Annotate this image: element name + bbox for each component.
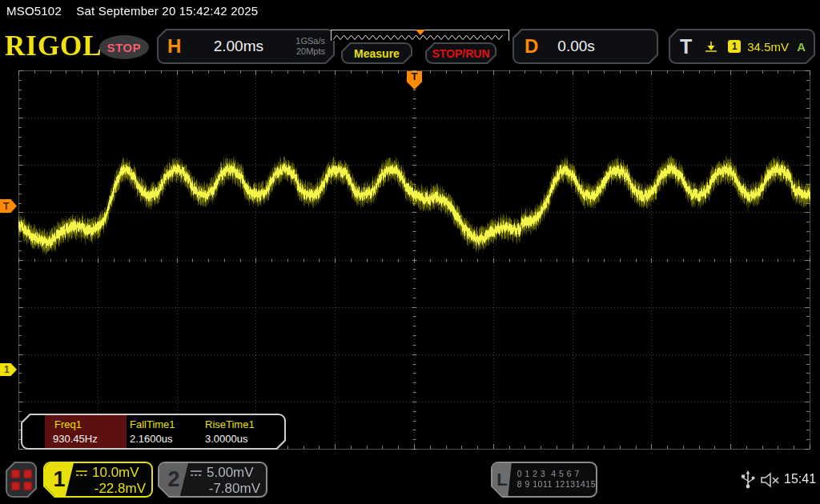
channel1-tab[interactable]: 1 10.0mV -22.8mV bbox=[43, 462, 153, 498]
clock-time: 15:41 bbox=[784, 472, 816, 486]
measurement-name[interactable]: RiseTime1 bbox=[205, 418, 255, 430]
timebase-value: 2.00ms bbox=[181, 38, 295, 55]
waveform-position-strip[interactable] bbox=[331, 30, 509, 41]
horizontal-label: H bbox=[167, 35, 181, 58]
channel2-scale: 5.00mV bbox=[207, 465, 254, 481]
logic-channels-panel[interactable]: L 0 1 2 3 4 5 6 7 8 9 1011 12131415 bbox=[491, 462, 597, 498]
model-name: MSO5102 bbox=[6, 4, 62, 18]
logic-row-1: 0 1 2 3 4 5 6 7 bbox=[517, 469, 596, 479]
acquisition-info: 1GSa/s 20Mpts bbox=[295, 36, 325, 57]
stop-run-button[interactable]: STOP/RUN bbox=[425, 42, 496, 64]
usb-icon bbox=[741, 470, 755, 490]
trigger-source-badge: 1 bbox=[728, 40, 741, 53]
speaker-muted-icon[interactable] bbox=[760, 471, 781, 489]
measure-button[interactable]: Measure bbox=[341, 42, 412, 64]
datetime-text: Sat September 20 15:42:42 2025 bbox=[76, 4, 258, 18]
channel1-offset: -22.8mV bbox=[74, 481, 151, 496]
dc-coupling-icon bbox=[75, 469, 88, 478]
measure-button-label: Measure bbox=[343, 47, 411, 60]
measurement-panel[interactable]: Freq1 930.45Hz FallTime1 2.1600us RiseTi… bbox=[21, 414, 286, 450]
trigger-panel[interactable]: T 1 34.5mV A bbox=[669, 29, 815, 64]
dc-coupling-icon bbox=[190, 469, 203, 478]
trigger-level-value: 34.5mV bbox=[747, 40, 789, 54]
delay-label: D bbox=[525, 35, 538, 58]
measurement-value: 930.45Hz bbox=[53, 433, 98, 445]
titlebar: MSO5102 Sat September 20 15:42:42 2025 bbox=[6, 4, 258, 18]
trigger-label: T bbox=[680, 35, 692, 58]
measurement-name[interactable]: Freq1 bbox=[54, 418, 82, 430]
red-squares-grid-icon bbox=[11, 470, 32, 490]
channel1-scale: 10.0mV bbox=[92, 465, 139, 481]
oscilloscope-screen: MSO5102 Sat September 20 15:42:42 2025 R… bbox=[0, 0, 820, 504]
sample-rate: 1GSa/s bbox=[295, 36, 325, 46]
trigger-position-indicator bbox=[416, 30, 425, 35]
falling-edge-trigger-icon bbox=[703, 38, 719, 54]
measurement-value: 2.1600us bbox=[130, 433, 173, 445]
trigger-mode-badge: A bbox=[797, 40, 806, 54]
delay-value: 0.00s bbox=[557, 38, 594, 55]
logic-label: L bbox=[492, 463, 512, 496]
measurement-value: 3.0000us bbox=[205, 433, 248, 445]
delay-panel[interactable]: D 0.00s bbox=[512, 29, 658, 64]
horizontal-panel[interactable]: H 2.00ms 1GSa/s 20Mpts bbox=[157, 29, 335, 64]
quick-menu-button[interactable] bbox=[6, 462, 37, 498]
channel2-tab[interactable]: 2 5.00mV -7.80mV bbox=[158, 462, 267, 498]
rigol-logo: RIGOL bbox=[5, 30, 102, 62]
logic-row-2: 8 9 1011 12131415 bbox=[517, 479, 596, 490]
stop-run-button-label: STOP/RUN bbox=[427, 47, 495, 60]
run-state-badge: STOP bbox=[99, 35, 149, 59]
measurement-name[interactable]: FallTime1 bbox=[130, 418, 175, 430]
memory-depth: 20Mpts bbox=[296, 46, 325, 56]
channel2-offset: -7.80mV bbox=[188, 481, 266, 496]
